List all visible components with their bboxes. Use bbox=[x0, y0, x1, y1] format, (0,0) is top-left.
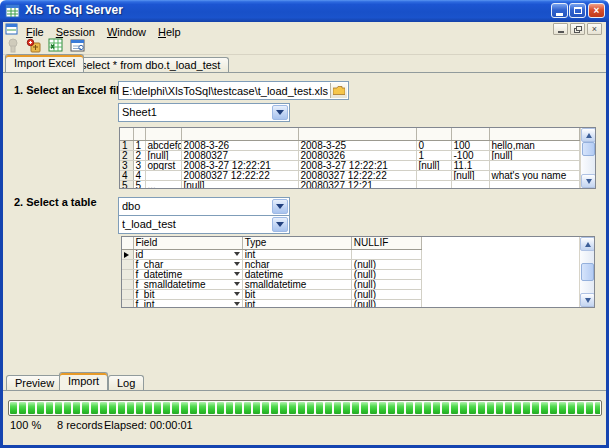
schema-combobox[interactable]: dbo bbox=[118, 197, 290, 216]
file-path-input[interactable] bbox=[119, 82, 348, 99]
type-cell[interactable]: int bbox=[242, 299, 351, 307]
grid-cell[interactable]: 100 bbox=[451, 140, 489, 150]
table-row[interactable]: f_datetime datetime (null) bbox=[122, 269, 422, 279]
dropdown-icon[interactable] bbox=[234, 252, 240, 259]
grid-cell[interactable]: [null] bbox=[181, 180, 298, 188]
scroll-up-icon[interactable] bbox=[580, 237, 595, 251]
table-row[interactable]: 1 1 abcdefg 2008-3-26 2008-3-25 0 100 he… bbox=[120, 140, 580, 150]
grid-cell[interactable] bbox=[416, 180, 451, 188]
folder-icon[interactable] bbox=[330, 83, 347, 98]
column-header-field[interactable]: Field bbox=[133, 237, 242, 249]
tab-log[interactable]: Log bbox=[108, 375, 144, 390]
grid-cell[interactable]: opqrst bbox=[145, 160, 181, 170]
type-cell[interactable]: nchar bbox=[242, 259, 351, 269]
field-cell[interactable]: id bbox=[133, 249, 242, 259]
tab-import[interactable]: Import bbox=[59, 372, 108, 390]
grid-cell[interactable]: 20080327 12:21 bbox=[298, 180, 416, 188]
minimize-icon[interactable] bbox=[551, 3, 568, 18]
dropdown-icon[interactable] bbox=[234, 292, 240, 299]
table-row[interactable]: 2 2 [null] 20080327 20080326 1 -100 [nul… bbox=[120, 150, 580, 160]
grid-cell[interactable]: 2008-3-27 12:22:21 bbox=[298, 160, 416, 170]
grid-cell[interactable]: ... bbox=[145, 180, 181, 188]
grid-cell[interactable]: 3 bbox=[133, 160, 145, 170]
chevron-down-icon[interactable] bbox=[272, 217, 288, 232]
row-number[interactable]: 5 bbox=[120, 180, 133, 188]
grid-cell[interactable]: 1 bbox=[416, 150, 451, 160]
table-combobox[interactable]: t_load_test bbox=[118, 215, 290, 234]
tab-query-result[interactable]: select * from dbo.t_load_test bbox=[72, 57, 229, 72]
grid-cell[interactable] bbox=[489, 160, 580, 170]
chevron-down-icon[interactable] bbox=[272, 105, 288, 120]
field-cell[interactable]: f_bit bbox=[133, 289, 242, 299]
table-row[interactable]: f_smalldatetime smalldatetime (null) bbox=[122, 279, 422, 289]
field-cell[interactable]: f_int bbox=[133, 299, 242, 307]
grid-cell[interactable]: 20080326 bbox=[298, 150, 416, 160]
tab-import-excel[interactable]: Import Excel bbox=[5, 54, 84, 72]
row-number[interactable]: 4 bbox=[120, 170, 133, 180]
nullif-cell[interactable] bbox=[351, 249, 421, 259]
close-icon[interactable]: × bbox=[588, 3, 605, 18]
field-cell[interactable]: f_datetime bbox=[133, 269, 242, 279]
grid-cell[interactable]: 2 bbox=[133, 150, 145, 160]
grid-cell[interactable]: 2008-3-26 bbox=[181, 140, 298, 150]
row-number[interactable]: 1 bbox=[120, 140, 133, 150]
scroll-down-icon[interactable] bbox=[581, 174, 596, 188]
type-cell[interactable]: int bbox=[242, 249, 351, 259]
table-row[interactable]: id int bbox=[122, 249, 422, 259]
title-bar[interactable]: Xls To Sql Server × bbox=[0, 0, 609, 22]
sheet-combobox[interactable]: Sheet1 bbox=[118, 103, 290, 122]
grid-cell[interactable]: abcdefg bbox=[145, 140, 181, 150]
row-number[interactable]: 2 bbox=[120, 150, 133, 160]
table-row[interactable]: 3 3 opqrst 2008-3-27 12:22:21 2008-3-27 … bbox=[120, 160, 580, 170]
mdi-close-icon[interactable]: × bbox=[587, 23, 602, 35]
dropdown-icon[interactable] bbox=[234, 262, 240, 269]
grid-cell[interactable]: 1 bbox=[133, 140, 145, 150]
table-row[interactable]: 4 4 20080327 12:22:22 20080327 12:22:22 … bbox=[120, 170, 580, 180]
grid-cell[interactable]: 2008-3-25 bbox=[298, 140, 416, 150]
scrollbar-thumb[interactable] bbox=[582, 142, 595, 156]
grid-cell[interactable]: 5 bbox=[133, 180, 145, 188]
table-row[interactable]: f_int int (null) bbox=[122, 299, 422, 307]
session-icon[interactable] bbox=[24, 37, 43, 54]
table-row[interactable]: f_char nchar (null) bbox=[122, 259, 422, 269]
maximize-icon[interactable] bbox=[569, 3, 586, 18]
table-row[interactable]: f_bit bit (null) bbox=[122, 289, 422, 299]
table-row[interactable]: 5 5 ... [null] 20080327 12:21 bbox=[120, 180, 580, 188]
mdi-restore-icon[interactable] bbox=[570, 23, 585, 35]
scrollbar-thumb[interactable] bbox=[581, 263, 594, 281]
field-cell[interactable]: f_char bbox=[133, 259, 242, 269]
mdi-minimize-icon[interactable] bbox=[553, 23, 568, 35]
grid-cell[interactable]: -100 bbox=[451, 150, 489, 160]
grid-cell[interactable]: [null] bbox=[416, 160, 451, 170]
grid-cell[interactable] bbox=[145, 170, 181, 180]
dropdown-icon[interactable] bbox=[234, 272, 240, 279]
nullif-cell[interactable]: (null) bbox=[351, 269, 421, 279]
fields-grid-scrollbar[interactable] bbox=[579, 237, 594, 307]
nullif-cell[interactable]: (null) bbox=[351, 259, 421, 269]
grid-cell[interactable]: 2008-3-27 12:22:21 bbox=[181, 160, 298, 170]
nullif-cell[interactable]: (null) bbox=[351, 279, 421, 289]
scroll-up-icon[interactable] bbox=[581, 128, 596, 142]
column-header-nullif[interactable]: NULLIF bbox=[351, 237, 421, 249]
grid-cell[interactable]: 11.1 bbox=[451, 160, 489, 170]
tab-preview[interactable]: Preview bbox=[6, 375, 63, 390]
grid-cell[interactable]: 20080327 12:22:22 bbox=[181, 170, 298, 180]
grid-cell[interactable] bbox=[489, 180, 580, 188]
scroll-down-icon[interactable] bbox=[580, 293, 595, 307]
grid-cell[interactable]: 20080327 bbox=[181, 150, 298, 160]
sql-window-icon[interactable] bbox=[68, 37, 87, 54]
type-cell[interactable]: smalldatetime bbox=[242, 279, 351, 289]
row-number[interactable]: 3 bbox=[120, 160, 133, 170]
nullif-cell[interactable]: (null) bbox=[351, 299, 421, 307]
preview-grid-scrollbar[interactable] bbox=[580, 128, 595, 188]
grid-cell[interactable]: hello,man bbox=[489, 140, 580, 150]
dropdown-icon[interactable] bbox=[234, 302, 240, 308]
type-cell[interactable]: datetime bbox=[242, 269, 351, 279]
grid-cell[interactable]: [null] bbox=[489, 150, 580, 160]
grid-cell[interactable] bbox=[451, 180, 489, 188]
column-header-type[interactable]: Type bbox=[242, 237, 351, 249]
grid-cell[interactable]: 0 bbox=[416, 140, 451, 150]
grid-cell[interactable] bbox=[416, 170, 451, 180]
nullif-cell[interactable]: (null) bbox=[351, 289, 421, 299]
grid-cell[interactable]: 20080327 12:22:22 bbox=[298, 170, 416, 180]
